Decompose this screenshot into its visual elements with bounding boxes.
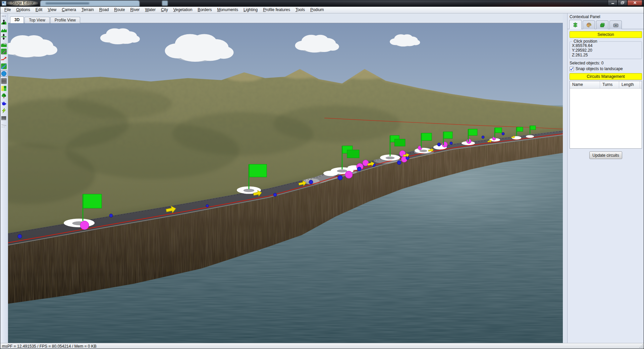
blue-waypoint-marker	[502, 133, 504, 135]
minimize-button[interactable]	[608, 0, 618, 6]
tab-3d[interactable]: 3D	[10, 16, 24, 23]
menu-city[interactable]: City	[158, 7, 171, 13]
river-tool[interactable]	[1, 63, 7, 69]
flag-base-ring	[64, 218, 95, 227]
window-controls	[608, 0, 642, 6]
terrain-flatten-tool[interactable]	[1, 41, 7, 47]
terrain-updown-icon	[1, 34, 7, 40]
snap-objects-checkbox[interactable]	[570, 67, 574, 71]
circuits-column-name[interactable]: Name	[570, 81, 600, 88]
menu-monuments[interactable]: Monuments	[214, 7, 241, 13]
resize-grip[interactable]	[639, 344, 643, 348]
menu-edit[interactable]: Edit	[33, 7, 45, 13]
panel-tab-strip	[568, 20, 644, 29]
background-window-button	[162, 1, 168, 6]
measure-tool[interactable]: 12.3	[1, 122, 7, 129]
layers-tab[interactable]	[596, 20, 608, 29]
menu-road[interactable]: Road	[97, 7, 112, 13]
terrain-smooth-tool[interactable]: **	[1, 26, 7, 33]
blue-waypoint-marker	[482, 136, 484, 139]
menu-camera[interactable]: Camera	[59, 7, 79, 13]
background-window-tab	[40, 0, 140, 6]
menu-vegetation[interactable]: Vegetation	[171, 7, 195, 13]
vegetation-map-icon	[1, 86, 7, 91]
menu-borders[interactable]: Borders	[195, 7, 214, 13]
selection-header[interactable]: Selection	[570, 31, 642, 38]
terrain-smooth-icon: **	[1, 27, 7, 32]
blue-waypoint-marker	[273, 193, 277, 196]
vegetation-map-tool[interactable]	[1, 85, 7, 92]
svg-text:*: *	[4, 27, 5, 29]
menu-view[interactable]: View	[45, 7, 59, 13]
tree-tool[interactable]	[1, 92, 7, 99]
terrain-raise-lower-tool[interactable]	[1, 18, 7, 25]
terrain-updown-tool[interactable]	[1, 33, 7, 40]
check-icon	[570, 67, 574, 71]
menu-river[interactable]: River	[127, 7, 142, 13]
circuits-column-turns[interactable]: Turns	[600, 81, 619, 88]
close-button[interactable]	[627, 0, 642, 6]
lighting-tool[interactable]	[1, 107, 7, 114]
panel-title: Contextual Panel	[568, 13, 644, 20]
circuits-management-header[interactable]: Circuits Management	[570, 73, 642, 80]
viewport-3d[interactable]	[8, 23, 563, 343]
lightning-icon	[1, 108, 7, 113]
monuments-tool[interactable]	[1, 100, 7, 106]
tab-profile-view[interactable]: Profile View	[50, 17, 80, 23]
restore-icon	[621, 1, 624, 4]
svg-text:12.3: 12.3	[1, 126, 5, 128]
menu-tools[interactable]: Tools	[293, 7, 308, 13]
blue-waypoint-marker	[450, 142, 452, 145]
pink-waypoint-marker	[467, 139, 471, 144]
left-toolbar: ... **12.3	[0, 13, 8, 343]
click-position-x: X:85576.64	[572, 43, 640, 48]
blue-waypoint-marker	[397, 161, 401, 165]
tab-top-view[interactable]: Top View	[24, 17, 49, 23]
blue-waypoint-marker	[206, 204, 209, 207]
menu-profile-features[interactable]: Profile features	[260, 7, 293, 13]
city-grid-tool[interactable]	[1, 78, 7, 84]
menu-options[interactable]: Options	[13, 7, 33, 13]
tree-icon	[1, 93, 7, 99]
click-position-y: Y:29592.20	[572, 48, 640, 53]
route-icon	[1, 56, 7, 62]
menu-water[interactable]: Water	[142, 7, 158, 13]
flag-base-ring	[526, 135, 534, 138]
route-tool[interactable]	[1, 55, 7, 62]
grid-icon	[1, 78, 7, 84]
circuits-table-body[interactable]	[570, 89, 642, 148]
panel-splitter[interactable]	[563, 13, 567, 343]
camera-tab[interactable]	[609, 20, 622, 29]
toolbar-grip[interactable]: ...	[2, 14, 6, 17]
menu-lighting[interactable]: Lighting	[241, 7, 260, 13]
svg-text:*: *	[2, 27, 3, 30]
circuits-table[interactable]: NameTurnsLength	[570, 81, 642, 149]
camera-icon	[613, 22, 619, 28]
scene-3d[interactable]	[8, 23, 563, 343]
circuits-column-length[interactable]: Length	[619, 81, 640, 88]
selected-objects-count: Selected objects: 0	[570, 61, 642, 65]
fence-icon	[1, 115, 7, 121]
measure-icon: 12.3	[1, 122, 7, 128]
water-tool[interactable]	[1, 70, 7, 77]
blue-waypoint-marker	[109, 214, 113, 217]
close-icon	[633, 1, 637, 4]
title-bar[interactable]: Stage Editor	[0, 0, 644, 7]
menu-terrain[interactable]: Terrain	[79, 7, 97, 13]
menu-route[interactable]: Route	[111, 7, 127, 13]
menu-file[interactable]: File	[2, 7, 13, 13]
restore-button[interactable]	[618, 0, 627, 6]
snap-objects-label: Snap objects to landscape	[576, 66, 623, 71]
materials-tab[interactable]	[583, 20, 595, 29]
pink-waypoint-marker	[345, 171, 353, 179]
contextual-panel: Contextual Panel Selection Click positio…	[567, 13, 644, 343]
app-icon	[2, 1, 6, 6]
performance-stats: msPF = 12.491535 / FPS = 80.054214 / Mem…	[2, 344, 97, 349]
borders-fence-tool[interactable]	[1, 114, 7, 121]
menu-podium[interactable]: Podium	[308, 7, 327, 13]
pink-waypoint-marker	[80, 221, 89, 230]
circuits-table-header: NameTurnsLength	[570, 81, 642, 89]
update-circuits-button[interactable]: Update circuits	[589, 151, 622, 159]
objects-tab[interactable]	[569, 20, 582, 29]
road-tool[interactable]	[1, 48, 7, 55]
